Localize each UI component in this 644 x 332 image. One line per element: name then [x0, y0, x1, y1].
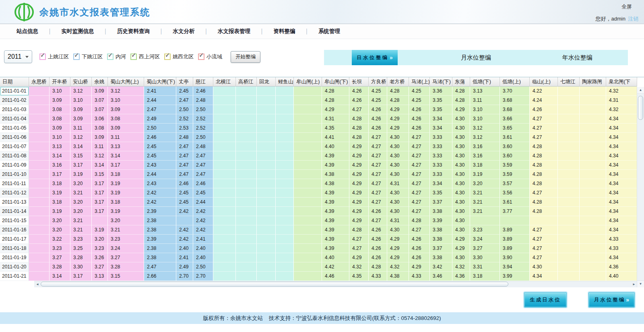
value-cell[interactable]: 4.40: [322, 253, 349, 262]
value-cell[interactable]: 2.40: [176, 244, 193, 253]
value-cell[interactable]: 3.08: [50, 105, 70, 114]
value-cell[interactable]: 2.45: [144, 151, 176, 161]
value-cell[interactable]: 3.16: [470, 151, 500, 161]
start-compile-button[interactable]: 开始整编: [231, 51, 260, 63]
value-cell[interactable]: 4.34: [606, 179, 637, 188]
value-cell[interactable]: [236, 161, 257, 170]
value-cell[interactable]: 3.42: [430, 262, 452, 272]
value-cell[interactable]: 3.20: [470, 179, 500, 188]
value-cell[interactable]: [558, 133, 580, 142]
scroll-right-icon[interactable]: ►: [631, 281, 637, 287]
date-cell[interactable]: 2011-01-15: [0, 216, 29, 225]
value-cell[interactable]: [294, 179, 322, 188]
value-cell[interactable]: [580, 161, 606, 170]
checkbox-icon[interactable]: ✓: [130, 54, 137, 60]
value-cell[interactable]: [29, 225, 50, 235]
value-cell[interactable]: 3.10: [470, 105, 500, 114]
value-cell[interactable]: [580, 188, 606, 198]
value-cell[interactable]: 4.38: [387, 272, 409, 281]
value-cell[interactable]: 4.28: [349, 114, 369, 124]
value-cell[interactable]: [29, 105, 50, 114]
value-cell[interactable]: [294, 151, 322, 161]
value-cell[interactable]: [294, 235, 322, 244]
value-cell[interactable]: 4.46: [322, 272, 349, 281]
value-cell[interactable]: 4.34: [606, 216, 637, 225]
generate-daily-button[interactable]: 生成日水位: [524, 292, 567, 307]
date-cell[interactable]: 2011-01-16: [0, 225, 29, 235]
year-select[interactable]: 2011: [4, 50, 32, 63]
value-cell[interactable]: [29, 272, 50, 281]
value-cell[interactable]: 2.42: [176, 235, 193, 244]
value-cell[interactable]: [236, 188, 257, 198]
value-cell[interactable]: 4.30: [452, 207, 470, 216]
value-cell[interactable]: [29, 198, 50, 207]
value-cell[interactable]: [257, 225, 276, 235]
value-cell[interactable]: [276, 198, 294, 207]
value-cell[interactable]: 3.19: [50, 207, 70, 216]
value-cell[interactable]: 4.30: [452, 151, 470, 161]
value-cell[interactable]: 4.27: [530, 188, 558, 198]
nav-item-3[interactable]: 历史资料查询: [107, 28, 160, 35]
value-cell[interactable]: 4.26: [409, 114, 430, 124]
value-cell[interactable]: 4.29: [452, 244, 470, 253]
value-cell[interactable]: 4.34: [606, 225, 637, 235]
value-cell[interactable]: 4.25: [409, 87, 430, 96]
value-cell[interactable]: [29, 207, 50, 216]
value-cell[interactable]: [213, 124, 236, 133]
monthly-compile-button[interactable]: 月水位整编»: [588, 292, 635, 307]
value-cell[interactable]: [236, 114, 257, 124]
value-cell[interactable]: [558, 87, 580, 96]
value-cell[interactable]: 3.24: [108, 244, 144, 253]
value-cell[interactable]: 3.09: [108, 105, 144, 114]
value-cell[interactable]: [213, 188, 236, 198]
value-cell[interactable]: 3.08: [50, 114, 70, 124]
value-cell[interactable]: 4.28: [349, 133, 369, 142]
value-cell[interactable]: 4.30: [387, 225, 409, 235]
value-cell[interactable]: 3.17: [92, 207, 108, 216]
value-cell[interactable]: [176, 216, 193, 225]
value-cell[interactable]: 3.27: [92, 262, 108, 272]
value-cell[interactable]: 4.29: [387, 105, 409, 114]
value-cell[interactable]: 4.39: [322, 161, 349, 170]
value-cell[interactable]: [558, 114, 580, 124]
value-cell[interactable]: [558, 105, 580, 114]
value-cell[interactable]: [257, 272, 276, 281]
value-cell[interactable]: 3.12: [70, 133, 92, 142]
value-cell[interactable]: [236, 272, 257, 281]
value-cell[interactable]: 4.26: [409, 105, 430, 114]
value-cell[interactable]: 4.39: [322, 198, 349, 207]
value-cell[interactable]: 4.29: [387, 124, 409, 133]
value-cell[interactable]: 4.29: [387, 244, 409, 253]
value-cell[interactable]: 4.35: [349, 272, 369, 281]
value-cell[interactable]: [29, 244, 50, 253]
value-cell[interactable]: 3.21: [70, 216, 92, 225]
value-cell[interactable]: [558, 151, 580, 161]
value-cell[interactable]: [276, 161, 294, 170]
nav-item-2[interactable]: 实时监测信息: [52, 28, 104, 35]
value-cell[interactable]: 3.23: [92, 244, 108, 253]
value-cell[interactable]: 3.68: [500, 105, 530, 114]
value-cell[interactable]: 2.47: [144, 105, 176, 114]
value-cell[interactable]: 4.34: [606, 133, 637, 142]
value-cell[interactable]: 4.27: [409, 179, 430, 188]
value-cell[interactable]: 3.26: [92, 253, 108, 262]
value-cell[interactable]: 2.45: [193, 188, 213, 198]
value-cell[interactable]: 3.21: [70, 225, 92, 235]
value-cell[interactable]: 4.26: [369, 105, 387, 114]
value-cell[interactable]: 2.46: [193, 179, 213, 188]
value-cell[interactable]: 3.68: [500, 96, 530, 105]
value-cell[interactable]: [294, 253, 322, 262]
value-cell[interactable]: 4.39: [322, 207, 349, 216]
value-cell[interactable]: 4.27: [409, 161, 430, 170]
checkbox-icon[interactable]: ✓: [73, 54, 80, 60]
value-cell[interactable]: [213, 244, 236, 253]
value-cell[interactable]: 2.40: [193, 253, 213, 262]
region-checkbox-3[interactable]: ✓内河: [107, 53, 126, 60]
value-cell[interactable]: 3.60: [500, 151, 530, 161]
value-cell[interactable]: 2.38: [144, 244, 176, 253]
value-cell[interactable]: [558, 161, 580, 170]
value-cell[interactable]: [294, 272, 322, 281]
value-cell[interactable]: 2.47: [193, 151, 213, 161]
value-cell[interactable]: 3.34: [430, 124, 452, 133]
value-cell[interactable]: 3.20: [108, 216, 144, 225]
